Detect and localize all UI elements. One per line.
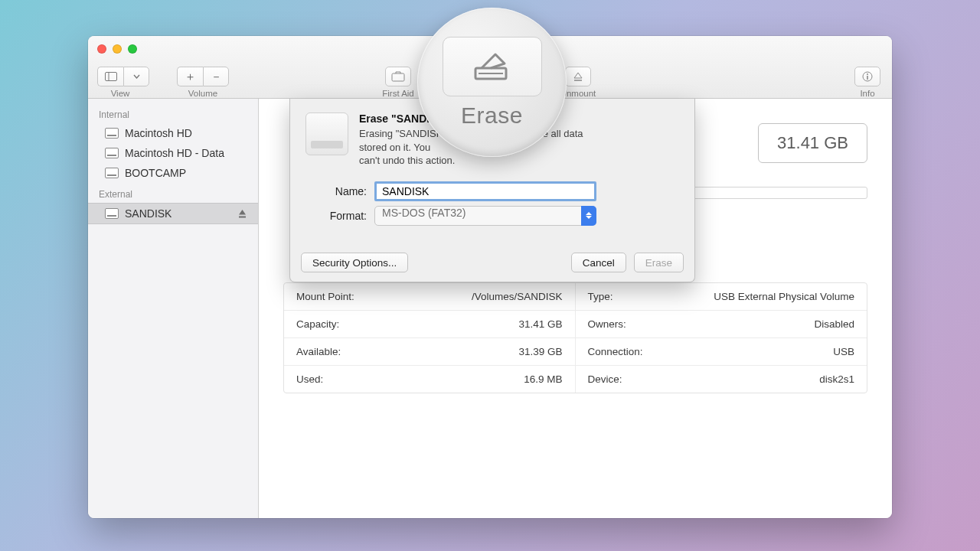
sidebar-item-label: BOOTCAMP [125,167,186,179]
sidebar-item-macintosh-hd[interactable]: Macintosh HD [88,123,258,143]
format-select[interactable]: MS-DOS (FAT32) [374,206,596,226]
erase-highlight-magnifier: Erase [417,8,567,157]
info-capacity: Capacity:31.41 GB [284,311,576,338]
sidebar-section-external: External [88,183,258,203]
disk-icon [105,128,119,139]
disk-icon [105,208,119,219]
svg-rect-7 [239,217,246,218]
erase-highlight-label: Erase [461,103,523,129]
sidebar-item-label: Macintosh HD - Data [125,147,224,159]
sidebar-item-macintosh-hd-data[interactable]: Macintosh HD - Data [88,143,258,163]
toolbar-firstaid-label: First Aid [371,89,425,98]
disk-icon [105,148,119,158]
sidebar-section-internal: Internal [88,103,258,123]
unmount-button[interactable] [565,67,591,86]
info-device: Device:disk2s1 [576,366,867,393]
svg-rect-8 [475,68,506,79]
sidebar: Internal Macintosh HD Macintosh HD - Dat… [88,99,259,518]
info-connection: Connection:USB [576,338,867,366]
toolbar-volume-label: Volume [172,89,234,98]
info-used: Used:16.9 MB [284,366,576,393]
svg-rect-2 [392,73,404,81]
info-type: Type:USB External Physical Volume [576,283,867,311]
sidebar-item-sandisk[interactable]: SANDISK [88,203,258,224]
window-controls [97,44,137,54]
close-window-button[interactable] [97,44,106,54]
capacity-badge: 31.41 GB [758,123,867,163]
sidebar-item-bootcamp[interactable]: BOOTCAMP [88,163,258,183]
eject-icon[interactable] [237,209,247,219]
name-input[interactable] [374,181,596,201]
toolbar-volume-group: ＋ － Volume [172,67,234,98]
disk-icon [105,168,119,178]
info-owners: Owners:Disabled [576,311,867,338]
sidebar-item-label: SANDISK [125,207,172,220]
drive-icon [305,112,348,155]
select-stepper-icon [581,206,596,226]
add-volume-button[interactable]: ＋ [177,67,203,86]
name-label: Name: [305,185,367,197]
info-mount-point: Mount Point:/Volumes/SANDISK [284,283,576,311]
first-aid-button[interactable] [385,67,411,86]
volume-info-grid: Mount Point:/Volumes/SANDISK Type:USB Ex… [283,282,867,393]
svg-point-4 [863,72,872,81]
erase-button[interactable]: Erase [634,253,684,272]
remove-volume-button[interactable]: － [203,67,229,86]
toolbar-info-group: Info [852,67,883,98]
toolbar-view-label: View [97,89,143,98]
minimize-window-button[interactable] [113,44,122,54]
erase-toolbar-button-zoom [443,37,542,96]
info-available: Available:31.39 GB [284,338,576,366]
info-button[interactable] [854,67,880,86]
view-sidebar-button[interactable] [97,67,123,86]
toolbar-info-label: Info [852,89,883,98]
view-menu-button[interactable] [123,67,149,86]
cancel-button[interactable]: Cancel [571,253,626,272]
security-options-button[interactable]: Security Options... [301,253,408,272]
sidebar-item-label: Macintosh HD [125,127,192,139]
svg-rect-0 [105,73,116,81]
svg-point-5 [867,73,868,75]
zoom-window-button[interactable] [128,44,137,54]
toolbar-view-group: View [97,67,143,98]
format-label: Format: [305,210,367,222]
